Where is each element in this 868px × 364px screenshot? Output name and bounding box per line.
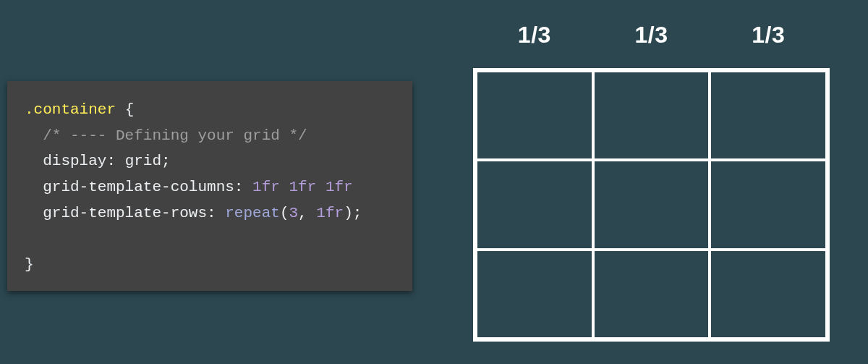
grid-column-labels: 1/3 1/3 1/3 (476, 22, 827, 48)
grid-cell (710, 250, 827, 339)
colon: : (106, 153, 116, 169)
code-block: .container { /* ---- Defining your grid … (7, 81, 412, 291)
semicolon: ; (353, 205, 362, 221)
paren-close: ) (344, 205, 353, 221)
col-label-1: 1/3 (476, 22, 593, 48)
colon: : (207, 205, 216, 221)
grid-cell (476, 250, 593, 339)
grid-cell (593, 250, 710, 339)
comma: , (298, 205, 307, 221)
col-label-2: 1/3 (593, 22, 710, 48)
css-property-grid-rows: grid-template-rows (25, 205, 207, 221)
repeat-count: 3 (289, 205, 299, 221)
colon: : (234, 179, 244, 195)
semicolon: ; (161, 153, 171, 169)
brace-close: } (25, 256, 34, 273)
paren-open: ( (280, 205, 289, 221)
grid-cell (593, 71, 710, 160)
grid-cell (476, 71, 593, 160)
grid-preview (476, 71, 827, 339)
css-selector: .container (25, 101, 116, 118)
css-value-grid: grid (125, 153, 161, 169)
grid-cell (476, 160, 593, 249)
css-comment: /* ---- Defining your grid */ (25, 127, 307, 144)
css-value-fr-list: 1fr 1fr 1fr (252, 179, 353, 195)
css-property-grid-cols: grid-template-columns (25, 179, 234, 195)
col-label-3: 1/3 (710, 22, 827, 48)
css-property-display: display (25, 153, 106, 169)
css-fn-repeat: repeat (225, 205, 280, 221)
grid-cell (710, 160, 827, 249)
grid-cell (710, 71, 827, 160)
repeat-unit: 1fr (316, 205, 344, 221)
brace-open: { (125, 101, 135, 118)
grid-cell (593, 160, 710, 249)
code-text: .container { /* ---- Defining your grid … (25, 97, 395, 278)
